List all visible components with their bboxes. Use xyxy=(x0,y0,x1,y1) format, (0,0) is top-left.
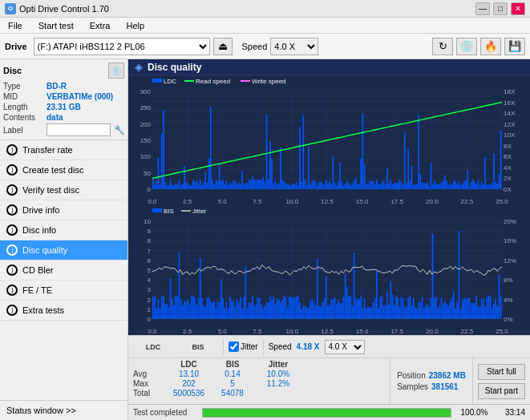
menu-file[interactable]: File xyxy=(3,19,27,32)
start-part-button[interactable]: Start part xyxy=(478,383,525,399)
minimize-button[interactable]: — xyxy=(475,2,490,15)
disc-quality-label: Disc quality xyxy=(22,245,67,255)
transfer-rate-icon: ⟩ xyxy=(6,144,18,155)
top-chart xyxy=(128,75,530,205)
ldc-col-header: LDC xyxy=(167,360,211,369)
speed-select-stats[interactable]: 4.0 X xyxy=(325,340,365,354)
main-area: Disc 💿 Type BD-R MID VERBATIMe (000) Len… xyxy=(0,59,530,420)
status-time: 33:14 xyxy=(497,408,525,417)
drive-label: Drive xyxy=(5,42,27,51)
app-title: Opti Drive Control 1.70 xyxy=(19,4,109,14)
disc-mid-value: VERBATIMe (000) xyxy=(47,92,113,101)
speed-label-stats: Speed xyxy=(269,342,292,351)
avg-jitter: 10.0% xyxy=(254,370,302,378)
disc-contents-label: Contents xyxy=(3,113,43,122)
disc-icon-button[interactable]: 💿 xyxy=(456,38,477,55)
disc-type-label: Type xyxy=(3,82,43,91)
sidebar-item-drive-info[interactable]: ⟩ Drive info xyxy=(0,200,127,220)
position-value: 23862 MB xyxy=(429,371,466,380)
fe-te-icon: ⟩ xyxy=(6,285,18,296)
disc-label-input[interactable] xyxy=(47,123,111,136)
disc-icon: 💿 xyxy=(108,63,124,79)
label-edit-icon[interactable]: 🔧 xyxy=(114,125,125,135)
content-area: ◈ Disc quality LDC BIS Jitter Speed xyxy=(128,59,530,420)
bis-header: BIS xyxy=(192,343,204,351)
fe-te-label: FE / TE xyxy=(22,285,52,295)
disc-length-value: 23.31 GB xyxy=(47,103,81,111)
sidebar-item-disc-info[interactable]: ⟩ Disc info xyxy=(0,220,127,240)
status-window-label: Status window >> xyxy=(6,406,76,415)
disc-type-value: BD-R xyxy=(47,82,67,91)
speed-label: Speed xyxy=(242,42,268,51)
sidebar-item-verify-test-disc[interactable]: ⟩ Verify test disc xyxy=(0,180,127,200)
menu-extra[interactable]: Extra xyxy=(85,19,115,32)
samples-value: 381561 xyxy=(431,382,458,391)
top-chart-canvas xyxy=(128,75,530,205)
cd-bler-icon: ⟩ xyxy=(6,265,18,276)
sidebar-item-fe-te[interactable]: ⟩ FE / TE xyxy=(0,281,127,301)
disc-info-label: Disc info xyxy=(22,225,56,235)
chart-header: ◈ Disc quality xyxy=(128,59,530,75)
extra-tests-label: Extra tests xyxy=(22,305,64,315)
speed-value-stats: 4.18 X xyxy=(297,342,320,351)
nav-section: ⟩ Transfer rate ⟩ Create test disc ⟩ Ver… xyxy=(0,140,127,400)
maximize-button[interactable]: □ xyxy=(493,2,508,15)
disc-mid-label: MID xyxy=(3,92,43,101)
extra-tests-icon: ⟩ xyxy=(6,305,18,316)
transfer-rate-label: Transfer rate xyxy=(22,145,73,155)
jitter-label: Jitter xyxy=(241,342,258,351)
sidebar-item-cd-bler[interactable]: ⟩ CD Bler xyxy=(0,260,127,281)
verify-test-disc-label: Verify test disc xyxy=(22,185,79,195)
disc-info-icon: ⟩ xyxy=(6,224,18,236)
total-label: Total xyxy=(133,389,165,398)
avg-label: Avg xyxy=(133,370,165,378)
sidebar-item-transfer-rate[interactable]: ⟩ Transfer rate xyxy=(0,140,127,160)
eject-button[interactable]: ⏏ xyxy=(213,38,233,55)
drive-info-label: Drive info xyxy=(22,205,59,215)
close-button[interactable]: ✕ xyxy=(511,2,525,15)
disc-panel: Disc 💿 Type BD-R MID VERBATIMe (000) Len… xyxy=(0,59,127,140)
drive-select[interactable]: (F:) ATAPI iHBS112 2 PL06 xyxy=(34,38,210,55)
bottom-chart-canvas xyxy=(128,205,530,335)
total-ldc: 5000536 xyxy=(167,389,211,398)
title-bar: O Opti Drive Control 1.70 — □ ✕ xyxy=(0,0,530,18)
status-text: Test completed xyxy=(133,408,197,417)
speed-select[interactable]: 4.0 X xyxy=(270,38,318,55)
sidebar-item-create-test-disc[interactable]: ⟩ Create test disc xyxy=(0,160,127,180)
menu-start-test[interactable]: Start test xyxy=(34,19,79,32)
sidebar-item-extra-tests[interactable]: ⟩ Extra tests xyxy=(0,301,127,321)
max-label: Max xyxy=(133,379,165,388)
menu-bar: File Start test Extra Help xyxy=(0,18,530,34)
create-test-disc-icon: ⟩ xyxy=(6,164,18,176)
progress-bar-fill xyxy=(203,409,451,417)
chart-icon: ◈ xyxy=(135,61,143,73)
position-label: Position xyxy=(397,371,426,380)
sidebar-item-disc-quality[interactable]: ⟩ Disc quality xyxy=(0,240,127,260)
menu-help[interactable]: Help xyxy=(121,19,149,32)
disc-quality-icon: ⟩ xyxy=(6,244,18,256)
progress-bar xyxy=(202,408,451,418)
avg-bis: 0.14 xyxy=(212,370,253,378)
avg-ldc: 13.10 xyxy=(167,370,211,378)
total-bis: 54078 xyxy=(212,389,253,398)
max-jitter: 11.2% xyxy=(254,379,302,388)
jitter-checkbox-area[interactable]: Jitter xyxy=(229,341,258,352)
sidebar: Disc 💿 Type BD-R MID VERBATIMe (000) Len… xyxy=(0,59,128,420)
disc-label-label: Label xyxy=(3,126,43,135)
disc-section-title: Disc xyxy=(3,66,22,75)
disc-contents-value: data xyxy=(47,113,63,122)
stats-bar: LDC BIS Jitter Speed 4.18 X 4.0 X xyxy=(128,335,530,357)
samples-label: Samples xyxy=(397,382,428,391)
start-full-button[interactable]: Start full xyxy=(478,364,525,380)
cd-bler-label: CD Bler xyxy=(22,265,54,275)
toolbar: Drive (F:) ATAPI iHBS112 2 PL06 ⏏ Speed … xyxy=(0,34,530,59)
app-icon: O xyxy=(5,3,16,14)
status-window-button[interactable]: Status window >> xyxy=(0,400,127,420)
ldc-header: LDC xyxy=(146,343,161,351)
refresh-button[interactable]: ↻ xyxy=(432,38,453,55)
jitter-checkbox[interactable] xyxy=(229,341,239,352)
save-button[interactable]: 💾 xyxy=(504,38,525,55)
burn-icon-button[interactable]: 🔥 xyxy=(480,38,501,55)
max-bis: 5 xyxy=(212,379,253,388)
create-test-disc-label: Create test disc xyxy=(22,165,83,175)
